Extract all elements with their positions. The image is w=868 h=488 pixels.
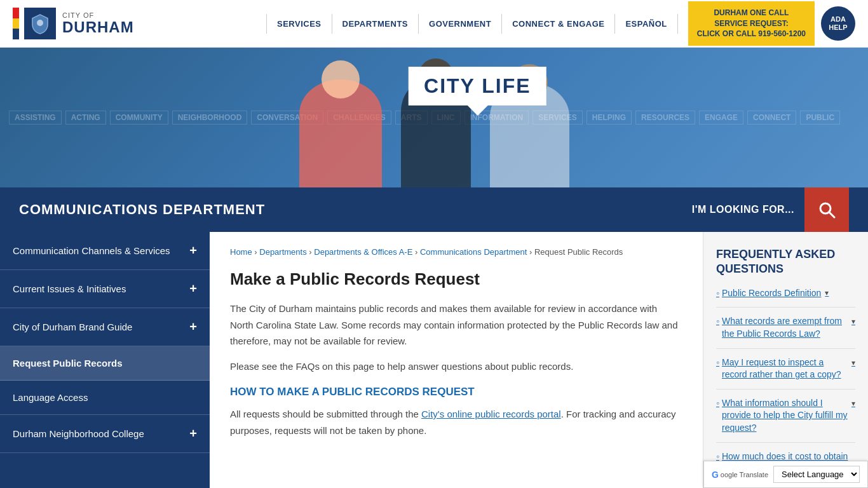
main-content: Home › Departments › Departments & Offic… [210, 232, 703, 488]
logo-text: CITY OF DURHAM [62, 11, 134, 36]
nav-departments[interactable]: DEPARTMENTS [332, 14, 419, 34]
breadcrumb-comm-dept[interactable]: Communications Department [420, 247, 527, 257]
faq-item-1: ◦ What records are exempt from the Publi… [716, 315, 855, 348]
faq-link-3[interactable]: ◦ What information should I provide to h… [716, 397, 855, 435]
sidebar-item-current-issues[interactable]: Current Issues & Initiatives + [0, 270, 210, 308]
public-records-portal-link[interactable]: City's online public records portal [421, 409, 561, 419]
expand-icon-college: + [189, 426, 197, 441]
sidebar-item-public-records[interactable]: Request Public Records [0, 346, 210, 381]
dept-title: COMMUNICATIONS DEPARTMENT [19, 201, 692, 218]
body-text-3: All requests should be submitted through… [230, 406, 682, 438]
flag-icon [13, 8, 19, 39]
nav-services[interactable]: SERVICES [267, 14, 332, 34]
chevron-down-icon-2: ▾ [851, 358, 855, 369]
shield-svg [29, 13, 51, 34]
left-sidebar: Communication Channels & Services + Curr… [0, 232, 210, 488]
faq-link-1[interactable]: ◦ What records are exempt from the Publi… [716, 315, 855, 340]
faq-link-0[interactable]: ◦ Public Records Definition ▾ [716, 287, 855, 300]
breadcrumb-home[interactable]: Home [230, 247, 252, 257]
durham-one-call-button[interactable]: DURHAM ONE CALL SERVICE REQUEST: CLICK O… [688, 1, 815, 46]
nav-espanol[interactable]: ESPAÑOL [615, 14, 677, 34]
faq-link-2[interactable]: ◦ May I request to inspect a record rath… [716, 356, 855, 381]
body-text-2: Please see the FAQs on this page to help… [230, 358, 682, 375]
logo-shield [24, 8, 56, 39]
faq-item-0: ◦ Public Records Definition ▾ [716, 287, 855, 308]
body-text-1: The City of Durham maintains public reco… [230, 301, 682, 349]
svg-line-2 [829, 212, 834, 217]
sidebar-item-language-access[interactable]: Language Access [0, 381, 210, 415]
svg-point-0 [37, 20, 43, 26]
hero-image: ASSISTING ACTING COMMUNITY NEIGHBORHOOD … [0, 48, 868, 187]
logo-area: CITY OF DURHAM [13, 8, 134, 39]
search-icon [818, 201, 836, 219]
breadcrumb-departments[interactable]: Departments [259, 247, 306, 257]
sidebar-item-brand-guide[interactable]: City of Durham Brand Guide + [0, 308, 210, 346]
faq-title: FREQUENTLY ASKED QUESTIONS [716, 247, 855, 277]
site-header: CITY OF DURHAM SERVICES DEPARTMENTS GOVE… [0, 0, 868, 48]
ada-help-button[interactable]: ADA HELP [821, 6, 855, 41]
page-title: Make a Public Records Request [230, 269, 682, 289]
expand-icon-brand: + [189, 320, 197, 334]
breadcrumb: Home › Departments › Departments & Offic… [230, 247, 682, 257]
language-bar: G oogle Translate Select Language [703, 461, 868, 488]
expand-icon-comm: + [189, 243, 197, 258]
language-select[interactable]: Select Language [773, 466, 860, 483]
dept-banner: COMMUNICATIONS DEPARTMENT I'M LOOKING FO… [0, 187, 868, 232]
expand-icon-issues: + [189, 281, 197, 296]
faq-sidebar: FREQUENTLY ASKED QUESTIONS ◦ Public Reco… [703, 232, 868, 488]
city-life-bubble: CITY LIFE [409, 67, 546, 105]
google-translate-logo: G oogle Translate [712, 470, 768, 480]
chevron-down-icon-0: ▾ [825, 288, 829, 299]
sidebar-item-comm-channels[interactable]: Communication Channels & Services + [0, 232, 210, 270]
content-area: Communication Channels & Services + Curr… [0, 232, 868, 488]
breadcrumb-current: Request Public Records [534, 247, 623, 257]
search-button[interactable] [804, 187, 849, 232]
faq-item-2: ◦ May I request to inspect a record rath… [716, 356, 855, 390]
looking-for-text[interactable]: I'M LOOKING FOR... [692, 204, 794, 215]
faq-item-3: ◦ What information should I provide to h… [716, 397, 855, 443]
chevron-down-icon-3: ▾ [851, 398, 855, 409]
nav-connect[interactable]: CONNECT & ENGAGE [502, 14, 615, 34]
sidebar-item-neighborhood-college[interactable]: Durham Neighborhood College + [0, 415, 210, 453]
breadcrumb-depts-offices[interactable]: Departments & Offices A-E [314, 247, 412, 257]
chevron-down-icon-1: ▾ [851, 316, 855, 327]
nav-government[interactable]: GOVERNMENT [419, 14, 502, 34]
durham-label: DURHAM [62, 19, 134, 36]
main-nav: SERVICES DEPARTMENTS GOVERNMENT CONNECT … [266, 14, 678, 34]
section-heading: HOW TO MAKE A PUBLIC RECORDS REQUEST [230, 386, 682, 398]
